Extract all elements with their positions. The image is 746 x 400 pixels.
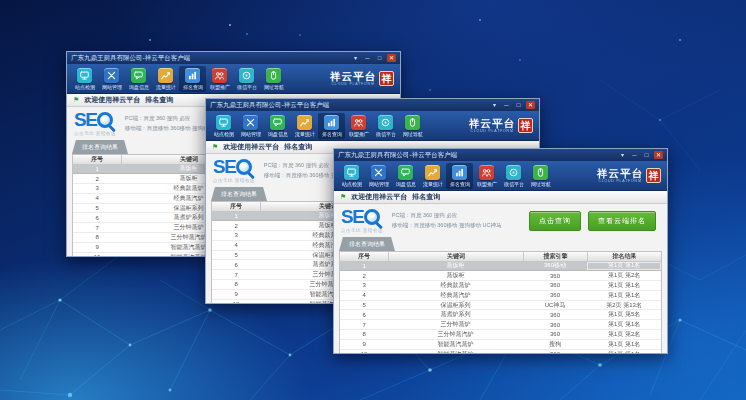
toolbar-item-mouse[interactable]: 网址导航 bbox=[527, 163, 554, 189]
table-row[interactable]: 2蒸饭柜360第1页 第2名 bbox=[340, 271, 661, 281]
toolbar-item-label: 排名查询 bbox=[182, 84, 202, 90]
line-chart-icon bbox=[425, 165, 440, 180]
people-icon bbox=[479, 165, 494, 180]
breadcrumb-page: 排名查询 bbox=[145, 95, 173, 105]
cell-no: 7 bbox=[73, 225, 121, 231]
tools-icon bbox=[104, 68, 119, 83]
breadcrumb-page: 排名查询 bbox=[412, 192, 440, 202]
header-no: 序号 bbox=[212, 202, 260, 211]
cell-no: 8 bbox=[73, 234, 121, 240]
query-button[interactable]: 点击查询 bbox=[529, 211, 581, 231]
table-row[interactable]: 3经典款蒸炉360第1页 第1名 bbox=[340, 281, 661, 291]
toolbar-item-chat[interactable]: 询盘信息 bbox=[264, 113, 291, 139]
minimize-button[interactable]: ─ bbox=[630, 151, 639, 159]
cell-no: 6 bbox=[73, 215, 121, 221]
table-row[interactable]: 6蒸煮炉系列360第1页 第5名 bbox=[340, 310, 661, 320]
wechat-icon bbox=[378, 115, 393, 130]
toolbar-item-bar-chart[interactable]: 排名查询 bbox=[179, 66, 206, 92]
toolbar-item-people[interactable]: 联盟推广 bbox=[473, 163, 500, 189]
table-row[interactable]: 1蒸饭柜360移动第1页 第1名 bbox=[340, 262, 661, 272]
toolbar-item-mouse[interactable]: 网址导航 bbox=[260, 66, 287, 92]
toolbar-item-label: 询盘信息 bbox=[267, 131, 287, 137]
cloud-rank-button[interactable]: 查看云端排名 bbox=[588, 211, 656, 231]
results-table: 序号 关键词 搜索引擎 排名结果 1蒸饭柜360移动第1页 第1名2蒸饭柜360… bbox=[339, 251, 662, 354]
breadcrumb-page: 排名查询 bbox=[284, 142, 312, 152]
minimize-button[interactable]: ─ bbox=[363, 54, 372, 62]
toolbar-item-label: 网址导航 bbox=[530, 181, 550, 187]
breadcrumb: ⚑ 欢迎使用祥云平台 排名查询 bbox=[334, 191, 667, 204]
toolbar-item-chat[interactable]: 询盘信息 bbox=[392, 163, 419, 189]
cell-no: 6 bbox=[340, 312, 388, 318]
close-button[interactable]: ✕ bbox=[654, 151, 663, 159]
brand-logo: 祥云平台 CLOUD PLATFORM 祥 bbox=[597, 168, 663, 183]
magnifier-icon bbox=[97, 112, 113, 128]
cell-no: 5 bbox=[340, 302, 388, 308]
minimize-button[interactable]: ─ bbox=[502, 101, 511, 109]
cell-no: 9 bbox=[73, 244, 121, 250]
toolbar: 站点检测网站管理询盘信息流量统计排名查询联盟推广微信平台网址导航 祥云平台 CL… bbox=[67, 64, 400, 94]
action-buttons: 点击查询 查看云端排名 bbox=[529, 211, 660, 231]
toolbar-item-tools[interactable]: 网站管理 bbox=[237, 113, 264, 139]
table-body: 1蒸饭柜360移动第1页 第1名2蒸饭柜360第1页 第2名3经典款蒸炉360第… bbox=[340, 262, 661, 355]
brand-name: 祥云平台 bbox=[469, 119, 515, 129]
toolbar-item-people[interactable]: 联盟推广 bbox=[345, 113, 372, 139]
toolbar-item-bar-chart[interactable]: 排名查询 bbox=[446, 163, 473, 189]
toolbar-item-line-chart[interactable]: 流量统计 bbox=[152, 66, 179, 92]
toolbar-item-label: 微信平台 bbox=[503, 181, 523, 187]
toolbar-item-line-chart[interactable]: 流量统计 bbox=[291, 113, 318, 139]
toolbar-item-tools[interactable]: 网站管理 bbox=[98, 66, 125, 92]
cell-keyword: 三分钟蒸汽炉 bbox=[388, 330, 523, 339]
toolbar-item-line-chart[interactable]: 流量统计 bbox=[419, 163, 446, 189]
toolbar-item-wechat[interactable]: 微信平台 bbox=[500, 163, 527, 189]
toolbar-item-chat[interactable]: 询盘信息 bbox=[125, 66, 152, 92]
maximize-button[interactable]: □ bbox=[514, 101, 523, 109]
window-controls: ▾ ─ □ ✕ bbox=[618, 151, 663, 159]
window-controls: ▾ ─ □ ✕ bbox=[351, 54, 396, 62]
maximize-button[interactable]: □ bbox=[642, 151, 651, 159]
toolbar-item-label: 网站管理 bbox=[240, 131, 260, 137]
table-row[interactable]: 7三分钟蒸炉360第1页 第1名 bbox=[340, 320, 661, 330]
table-row[interactable]: 5保温柜系列UC神马第2页 第13名 bbox=[340, 301, 661, 311]
window-titlebar[interactable]: 广东九鼎王厨具有限公司-祥云平台客户端 ▾ ─ □ ✕ bbox=[67, 52, 400, 64]
table-row[interactable]: 4经典蒸汽炉360第1页 第1名 bbox=[340, 291, 661, 301]
toolbar-item-label: 站点检测 bbox=[74, 84, 94, 90]
seo-logo-text: SE bbox=[213, 158, 235, 176]
cell-no: 10 bbox=[212, 301, 260, 304]
toolbar-item-people[interactable]: 联盟推广 bbox=[206, 66, 233, 92]
table-header: 序号 关键词 搜索引擎 排名结果 bbox=[340, 252, 661, 262]
toolbar-item-wechat[interactable]: 微信平台 bbox=[233, 66, 260, 92]
maximize-button[interactable]: □ bbox=[375, 54, 384, 62]
results-tab[interactable]: 排名查询结果 bbox=[339, 237, 395, 251]
results-tab[interactable]: 排名查询结果 bbox=[211, 187, 267, 201]
toolbar-item-monitor[interactable]: 站点检测 bbox=[210, 113, 237, 139]
toolbar-item-label: 询盘信息 bbox=[395, 181, 415, 187]
cell-rank: 第2页 第13名 bbox=[587, 301, 661, 310]
toolbar-item-tools[interactable]: 网站管理 bbox=[365, 163, 392, 189]
toolbar-item-monitor[interactable]: 站点检测 bbox=[338, 163, 365, 189]
table-row[interactable]: 10智能蒸汽蒸炉360第1页 第1名 bbox=[340, 350, 661, 354]
header-no: 序号 bbox=[73, 155, 121, 164]
toolbar-item-label: 联盟推广 bbox=[348, 131, 368, 137]
toolbar-items: 站点检测网站管理询盘信息流量统计排名查询联盟推广微信平台网址导航 bbox=[338, 163, 597, 189]
toolbar-item-mouse[interactable]: 网址导航 bbox=[399, 113, 426, 139]
magnifier-icon bbox=[364, 209, 380, 225]
window-titlebar[interactable]: 广东九鼎王厨具有限公司-祥云平台客户端 ▾ ─ □ ✕ bbox=[206, 99, 539, 111]
skin-button[interactable]: ▾ bbox=[351, 54, 360, 62]
line-chart-icon bbox=[297, 115, 312, 130]
toolbar-item-wechat[interactable]: 微信平台 bbox=[372, 113, 399, 139]
close-button[interactable]: ✕ bbox=[387, 54, 396, 62]
toolbar-item-bar-chart[interactable]: 排名查询 bbox=[318, 113, 345, 139]
results-tab[interactable]: 排名查询结果 bbox=[72, 140, 128, 154]
toolbar-item-monitor[interactable]: 站点检测 bbox=[71, 66, 98, 92]
table-row[interactable]: 8三分钟蒸汽炉360第1页 第2名 bbox=[340, 330, 661, 340]
cell-no: 7 bbox=[212, 272, 260, 278]
bar-chart-icon bbox=[324, 115, 339, 130]
window-controls: ▾ ─ □ ✕ bbox=[490, 101, 535, 109]
engine-list: PC端：百度 360 搜狗 必应 移动端：百度移动 360移动 搜狗移动 UC神… bbox=[392, 211, 502, 231]
window-titlebar[interactable]: 广东九鼎王厨具有限公司-祥云平台客户端 ▾ ─ □ ✕ bbox=[334, 149, 667, 161]
skin-button[interactable]: ▾ bbox=[490, 101, 499, 109]
skin-button[interactable]: ▾ bbox=[618, 151, 627, 159]
table-row[interactable]: 9智能蒸汽蒸炉搜狗第1页 第1名 bbox=[340, 340, 661, 350]
close-button[interactable]: ✕ bbox=[526, 101, 535, 109]
monitor-icon bbox=[216, 115, 231, 130]
